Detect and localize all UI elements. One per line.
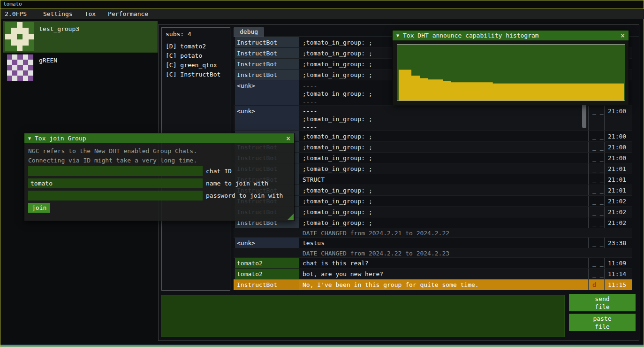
message-row: <unk>---- ;tomato_in_group: ; ----_ _21:… [234,106,632,131]
message-sender[interactable]: InstructBot [235,69,299,80]
join-name-label: name to join with [206,180,268,187]
message-time: 21:00 [604,106,631,131]
message-status-marks: _ _ [588,142,604,152]
message-text: ;tomato_in_group: ; [301,131,580,141]
message-status-marks: _ _ [588,185,604,195]
message-time: 11:14 [604,269,631,279]
close-icon[interactable]: × [286,134,290,143]
collapse-arrow-icon[interactable]: ▼ [396,33,399,38]
paste-file-button[interactable]: paste file [569,314,636,331]
message-sender[interactable]: tomato2 [235,269,299,279]
collapse-arrow-icon[interactable]: ▼ [28,136,31,141]
group-label: gREEN [39,57,57,64]
message-time: 23:38 [604,238,631,248]
message-text: STRUCT [301,174,580,185]
member-item[interactable]: [C] green_qtox [166,61,230,70]
join-password-input[interactable] [28,191,203,200]
message-status-marks: _ _ [588,217,604,228]
member-item[interactable]: [C] potato [166,51,230,61]
menu-item-tox[interactable]: Tox [79,9,102,19]
message-sender[interactable]: InstructBot [235,37,299,47]
join-window-title: Tox join Group [35,135,86,142]
menu-bar: 2.0FPS SettingsToxPerformance [1,9,644,19]
date-separator-row: DATE CHANGED from 2024.2.21 to 2024.2.22 [234,228,632,238]
message-status-marks: _ _ [588,196,604,206]
resize-grip-icon[interactable] [287,214,294,220]
join-info-line: NGC refers to the New DHT enabled Group … [28,147,197,154]
message-time: 11:15 [604,279,631,290]
tab-debug[interactable]: debug [234,27,264,37]
bottom-edge-strip [0,345,644,347]
message-time: 21:00 [604,131,631,141]
message-time: 21:01 [604,174,631,185]
member-item[interactable]: [C] InstructBot [166,70,230,79]
member-item[interactable]: [D] tomato2 [166,42,230,51]
message-sender[interactable]: InstructBot [235,59,299,69]
join-password-label: password to join with [206,192,283,199]
chat-id-input[interactable] [28,166,203,176]
message-time: 21:01 [604,185,631,195]
menu-item-performance[interactable]: Performance [102,9,154,19]
message-row: tomato2bot, are you new here?_ _11:14 [234,269,632,279]
send-file-button[interactable]: send file [569,294,636,311]
message-text: chat is this real? [301,258,580,268]
scrollbar-thumb[interactable] [582,103,586,128]
title-bar: tomato [0,0,644,8]
message-status-marks: _ _ [588,258,604,268]
menu-items: SettingsToxPerformance [37,9,154,19]
message-status-marks: _ _ [588,131,604,141]
message-text: testus [301,238,580,248]
message-status-marks: _ _ [588,153,604,163]
message-sender[interactable]: InstructBot [235,279,299,290]
sidebar-group-test-group3[interactable]: test_group3 [3,21,158,53]
compose-input[interactable] [161,295,565,337]
message-sender[interactable]: tomato2 [235,258,299,268]
message-status-marks: _ _ [588,238,604,248]
sidebar-group-green[interactable]: gREEN [3,54,158,82]
message-text: ;tomato_in_group: ; [301,163,580,174]
message-time: 21:02 [604,196,631,206]
histogram-window-titlebar[interactable]: ▼ Tox DHT announce capability histogram … [393,31,629,40]
histogram-window: ▼ Tox DHT announce capability histogram … [392,30,629,105]
join-window-titlebar[interactable]: ▼ Tox join Group × [24,133,294,143]
message-text: ;tomato_in_group: ; [301,217,580,228]
message-status-marks: _ _ [588,174,604,185]
histogram-plot[interactable] [397,44,625,101]
message-time: 11:09 [604,258,631,268]
member-list: [D] tomato2[C] potato[C] green_qtox[C] I… [166,42,230,79]
message-time: 21:00 [604,142,631,152]
message-status-marks: _ _ [588,269,604,279]
group-avatar-icon [7,54,33,81]
histogram-area-icon [397,45,625,100]
join-name-input[interactable] [28,178,203,188]
group-avatar-icon [5,22,34,51]
group-label: test_group3 [39,25,79,32]
message-text: ;tomato_in_group: ; [301,207,580,217]
message-text: ;tomato_in_group: ; [301,142,580,152]
message-sender[interactable]: <unk> [235,106,299,131]
menu-item-settings[interactable]: Settings [37,9,79,19]
join-group-window: ▼ Tox join Group × NGC refers to the New… [24,133,295,221]
message-sender[interactable]: <unk> [235,80,299,105]
join-button[interactable]: join [28,203,50,213]
message-time: 21:00 [604,153,631,163]
chat-id-label: chat ID [206,168,232,175]
message-text: ;tomato_in_group: ; [301,196,580,206]
message-status-marks: d [588,279,604,290]
message-sender[interactable]: InstructBot [235,48,299,58]
message-status-marks: _ _ [588,207,604,217]
subs-count: subs: 4 [166,31,230,38]
message-status-marks: _ _ [588,163,604,174]
join-info-line: Connecting via ID might take a very long… [28,157,197,164]
close-icon[interactable]: × [621,31,625,40]
message-time: 21:02 [604,207,631,217]
message-status-marks: _ _ [588,106,604,131]
date-changed-text: DATE CHANGED from 2024.2.21 to 2024.2.22 [301,228,449,237]
window-title: tomato [3,1,22,7]
message-row: InstructBotNo, I've been in this group f… [234,279,632,290]
date-changed-text: DATE CHANGED from 2024.2.22 to 2024.2.23 [301,248,449,257]
app-window: tomato 2.0FPS SettingsToxPerformance tes… [0,0,644,347]
message-sender[interactable]: <unk> [235,238,299,248]
message-text: bot, are you new here? [301,269,580,279]
fps-counter: 2.0FPS [1,10,31,17]
